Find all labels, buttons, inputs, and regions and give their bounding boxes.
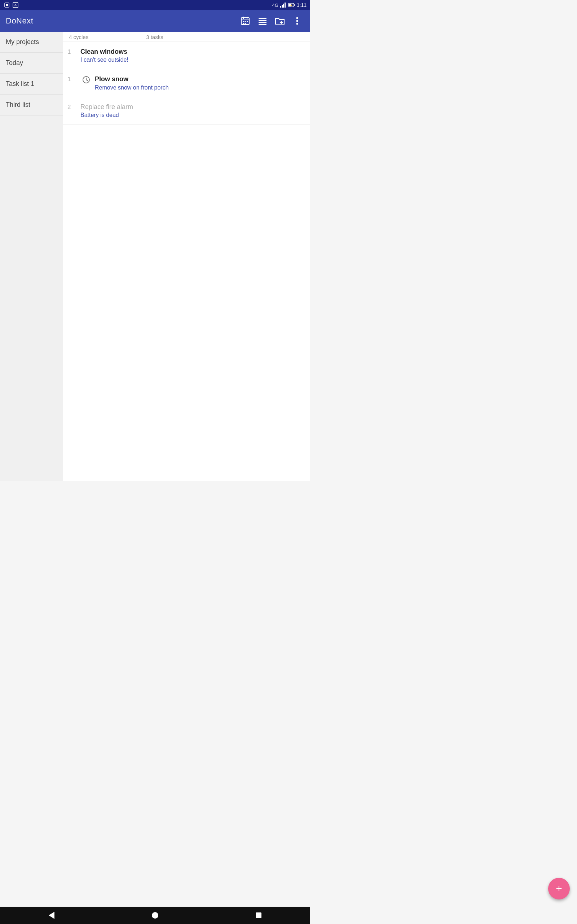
task-title: Clean windows	[81, 48, 306, 56]
app-notification-icon: A	[12, 2, 19, 8]
task-number: 2	[68, 103, 81, 111]
list-view-icon[interactable]	[255, 14, 270, 28]
clock-icon	[81, 75, 92, 84]
svg-text:⚡: ⚡	[290, 4, 292, 7]
svg-rect-7	[285, 3, 285, 8]
svg-rect-20	[245, 23, 246, 24]
task-content: Replace fire alarm Battery is dead	[81, 103, 306, 118]
signal-label: 4G	[272, 3, 278, 8]
task-item[interactable]: 2 Replace fire alarm Battery is dead	[63, 97, 310, 124]
sim-icon	[3, 2, 10, 8]
svg-text:A: A	[15, 3, 17, 7]
task-subtitle: Remove snow on front porch	[95, 84, 306, 91]
svg-rect-1	[6, 4, 8, 6]
svg-rect-21	[259, 18, 266, 19]
task-number: 1	[68, 48, 81, 56]
battery-icon: ⚡	[288, 3, 295, 8]
svg-point-27	[297, 17, 298, 19]
add-folder-icon[interactable]	[272, 14, 287, 28]
sidebar: My projects Today Task list 1 Third list	[0, 32, 63, 481]
time-display: 1:11	[297, 2, 306, 8]
app-bar-actions	[238, 14, 305, 28]
status-bar: A 4G ⚡ 1:11	[0, 0, 310, 10]
tasks-label: 3 tasks	[146, 34, 163, 40]
task-item[interactable]: 1 Plow snow Remove snow on front porch	[63, 69, 310, 97]
svg-rect-18	[247, 21, 248, 22]
app-title: DoNext	[6, 16, 33, 26]
svg-rect-23	[259, 22, 266, 23]
meta-row: 4 cycles 3 tasks	[63, 32, 310, 42]
sidebar-item-task-list-1[interactable]: Task list 1	[0, 74, 63, 95]
app-bar: DoNext	[0, 10, 310, 32]
task-area: 4 cycles 3 tasks 1 Clean windows I can't…	[63, 32, 310, 481]
status-bar-left: A	[3, 2, 19, 8]
svg-point-28	[297, 20, 298, 22]
status-bar-right: 4G ⚡ 1:11	[272, 2, 306, 8]
svg-rect-4	[280, 6, 281, 8]
task-subtitle: Battery is dead	[81, 112, 306, 118]
task-content: Clean windows I can't see outside!	[81, 48, 306, 63]
svg-rect-22	[259, 20, 266, 21]
sidebar-item-my-projects[interactable]: My projects	[0, 32, 63, 53]
svg-rect-16	[243, 21, 244, 22]
task-title: Replace fire alarm	[81, 103, 306, 111]
svg-rect-24	[259, 24, 266, 25]
svg-rect-5	[282, 5, 283, 8]
task-title: Plow snow	[95, 75, 306, 83]
cycles-label: 4 cycles	[69, 34, 89, 40]
task-item[interactable]: 1 Clean windows I can't see outside!	[63, 42, 310, 69]
more-options-icon[interactable]	[290, 14, 305, 28]
svg-rect-6	[283, 3, 284, 8]
main-content: My projects Today Task list 1 Third list…	[0, 32, 310, 481]
svg-rect-10	[294, 4, 295, 6]
svg-rect-19	[243, 23, 244, 24]
signal-bars-icon	[280, 3, 286, 8]
svg-line-32	[86, 80, 88, 81]
task-number: 1	[68, 75, 81, 83]
calendar-icon[interactable]	[238, 14, 253, 28]
sidebar-item-today[interactable]: Today	[0, 53, 63, 74]
svg-point-29	[297, 23, 298, 25]
task-content: Plow snow Remove snow on front porch	[95, 75, 306, 90]
task-subtitle: I can't see outside!	[81, 57, 306, 63]
svg-rect-17	[245, 21, 246, 22]
sidebar-item-third-list[interactable]: Third list	[0, 95, 63, 115]
